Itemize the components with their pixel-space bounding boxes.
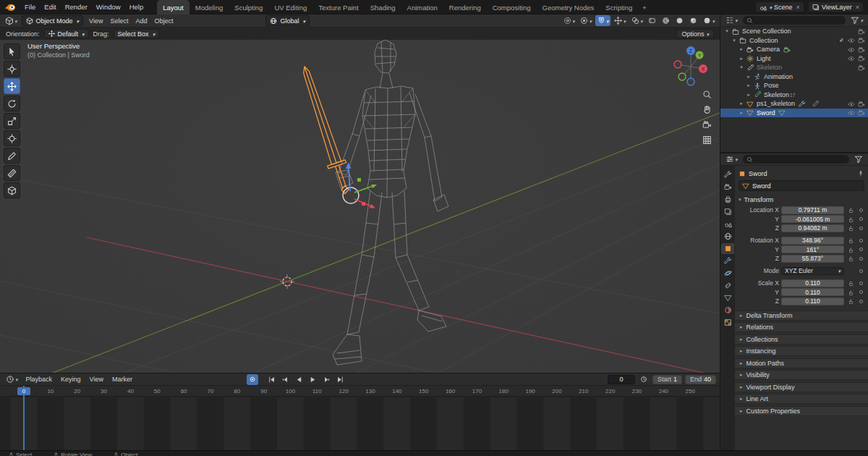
add-workspace-button[interactable]: + [638, 0, 650, 14]
editor-type-button[interactable] [3, 15, 20, 26]
previous-keyframe-button[interactable] [279, 374, 292, 385]
menu-file[interactable]: File [20, 3, 40, 11]
animate-dot[interactable] [859, 257, 863, 261]
animate-dot[interactable] [859, 217, 863, 221]
timeline-menu-keying[interactable]: Keying [56, 376, 85, 383]
tool-measure[interactable] [4, 165, 20, 181]
lock-icon[interactable] [846, 288, 856, 295]
section-line-art[interactable]: ▸Line Art [735, 394, 868, 404]
animate-dot[interactable] [859, 300, 863, 303]
workspace-tab-uv-editing[interactable]: UV Editing [268, 0, 312, 14]
disclosure-right-icon[interactable]: ▸ [738, 101, 745, 106]
rotation-x-field[interactable]: 348.96° [781, 237, 844, 245]
menu-window[interactable]: Window [92, 3, 125, 11]
pivot-point-icon[interactable] [578, 15, 594, 26]
render-toggle-camera-icon[interactable] [858, 54, 865, 62]
checkbox-icon[interactable]: ✓ [838, 37, 845, 43]
current-frame-field[interactable]: 0 [608, 375, 635, 384]
disclosure-down-icon[interactable]: ▾ [731, 38, 738, 43]
workspace-tab-texture-paint[interactable]: Texture Paint [312, 0, 364, 14]
hide-toggle-eye-icon[interactable] [848, 46, 855, 54]
properties-editor-type-button[interactable] [723, 154, 740, 165]
mode-field[interactable]: XYZ Euler [781, 267, 844, 275]
hide-toggle-eye-icon[interactable] [848, 109, 855, 117]
disclosure-down-icon[interactable]: ▾ [738, 64, 745, 70]
overlays-icon[interactable] [629, 15, 645, 26]
disclosure-right-icon[interactable]: ▸ [745, 92, 752, 98]
scene-selector[interactable]: Scene × [755, 1, 804, 12]
properties-tab-output[interactable] [721, 194, 734, 205]
gizmo-plane-handle[interactable] [362, 202, 365, 206]
z-field[interactable]: 0.94082 m [781, 224, 844, 232]
next-keyframe-button[interactable] [320, 374, 333, 385]
navigation-gizmo[interactable]: X Y Z [669, 43, 714, 88]
shading-material-icon[interactable] [687, 15, 699, 26]
outliner-row-skeleton[interactable]: ▾Skeleton [720, 63, 868, 72]
workspace-tab-scripting[interactable]: Scripting [600, 0, 638, 14]
workspace-tab-sculpting[interactable]: Sculpting [229, 0, 268, 14]
properties-filter-button[interactable] [852, 154, 865, 165]
lock-icon[interactable] [846, 279, 856, 287]
tool-scale[interactable] [4, 113, 20, 129]
tool-cursor[interactable] [4, 61, 20, 77]
transform-panel-header[interactable]: ▾ Transform [739, 195, 864, 205]
outliner-search-input[interactable] [743, 16, 846, 25]
shading-solid-icon[interactable] [673, 15, 686, 26]
lock-icon[interactable] [846, 206, 856, 214]
zoom-icon[interactable] [702, 90, 712, 99]
timeline-menu-view[interactable]: View [85, 376, 108, 383]
object-name-field[interactable]: Sword [739, 180, 864, 191]
gizmo-x-arrow[interactable] [370, 204, 375, 208]
outliner-filter-button[interactable] [848, 15, 865, 26]
properties-tab-scene[interactable] [721, 219, 734, 229]
transform-orientation-selector[interactable]: Global [265, 15, 310, 26]
options-button[interactable]: Options [676, 29, 714, 38]
viewlayer-selector[interactable]: ViewLayer × [808, 1, 864, 12]
playhead-chip[interactable]: 0 [17, 387, 30, 395]
tool-annotate[interactable] [4, 148, 20, 164]
tool-add-cube[interactable] [4, 182, 20, 198]
animate-dot[interactable] [859, 269, 863, 273]
menu-render[interactable]: Render [61, 3, 92, 11]
properties-tab-object-data[interactable] [721, 292, 734, 303]
scale-x-field[interactable]: 0.110 [781, 279, 844, 287]
workspace-tab-shading[interactable]: Shading [365, 0, 401, 14]
tool-rotate[interactable] [4, 96, 20, 111]
properties-tab-render[interactable] [721, 182, 734, 193]
play-reverse-button[interactable] [293, 374, 305, 385]
shading-rendered-icon[interactable] [701, 15, 717, 26]
timeline-menu-playback[interactable]: Playback [22, 376, 57, 383]
hide-toggle-eye-icon[interactable] [848, 100, 855, 108]
animate-dot[interactable] [859, 227, 863, 230]
render-toggle-camera-icon[interactable] [858, 46, 865, 54]
section-delta-transform[interactable]: ▸Delta Transform [735, 311, 868, 321]
jump-to-start-button[interactable] [265, 374, 278, 385]
lock-icon[interactable] [846, 255, 856, 262]
mode-selector[interactable]: Object Mode [22, 15, 84, 26]
lock-icon[interactable] [846, 215, 856, 222]
preview-range-toggle[interactable] [638, 374, 650, 385]
axis-y-negative[interactable] [678, 73, 686, 80]
blender-logo[interactable] [4, 2, 17, 12]
pan-hand-icon[interactable] [702, 105, 712, 114]
viewport-canvas[interactable] [0, 28, 720, 373]
outliner-row-light[interactable]: ▸Light [720, 54, 868, 64]
menu-help[interactable]: Help [125, 3, 148, 11]
outliner-row-ps1-skeleton[interactable]: ▸ps1_skeleton [720, 99, 868, 109]
lock-icon[interactable] [846, 245, 856, 253]
z-field[interactable]: 0.110 [781, 297, 844, 305]
animate-dot[interactable] [859, 208, 863, 212]
pin-icon[interactable] [857, 169, 864, 177]
workspace-tab-animation[interactable]: Animation [401, 0, 443, 14]
y-field[interactable]: -0.061005 m [781, 215, 844, 223]
viewport-menu-view[interactable]: View [85, 17, 106, 25]
outliner-row-scene-collection[interactable]: ▾Scene Collection [720, 27, 868, 36]
hide-toggle-eye-icon[interactable] [848, 36, 855, 44]
z-field[interactable]: 55.873° [781, 255, 844, 263]
y-field[interactable]: 161° [781, 245, 844, 253]
sword-object[interactable] [304, 67, 349, 194]
outliner-row-animation[interactable]: ▸Animation [720, 72, 868, 82]
properties-tab-texture[interactable] [721, 317, 734, 328]
workspace-tab-layout[interactable]: Layout [157, 0, 190, 14]
outliner-editor-type-button[interactable] [723, 15, 740, 26]
